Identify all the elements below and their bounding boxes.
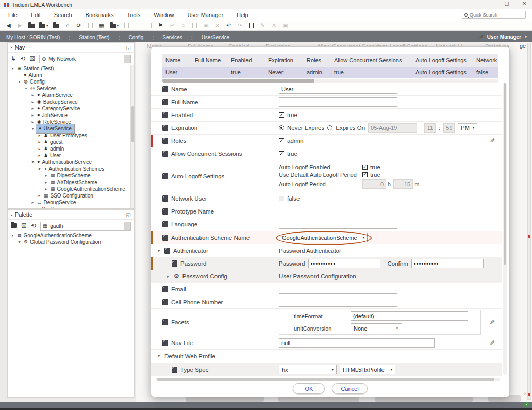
dropdown-button[interactable]: [124, 55, 130, 63]
tree-item-authenticationservice[interactable]: ▾●AuthenticationService: [8, 159, 134, 166]
tree-item-axdigestscheme[interactable]: ▸▦AXDigestScheme: [8, 179, 134, 186]
expander-icon[interactable]: ▾: [16, 79, 22, 84]
expires-on-radio[interactable]: [327, 125, 332, 130]
up-level-icon[interactable]: [28, 23, 35, 28]
auth-scheme-select[interactable]: GoogleAuthenticationScheme ▾: [279, 233, 368, 242]
edit-roles-icon[interactable]: ✎: [490, 137, 495, 144]
am-pm-select[interactable]: PM▾: [458, 123, 477, 133]
expiration-hour-input[interactable]: [424, 123, 436, 133]
allow-concurrent-checkbox[interactable]: [279, 151, 284, 156]
collapse-all-icon[interactable]: ↳: [11, 55, 16, 62]
row-name[interactable]: Name: [151, 83, 502, 96]
view-selector[interactable]: ✎ User Manager ▾: [479, 31, 527, 42]
edit-nav-file-icon[interactable]: ✎: [490, 339, 495, 347]
close-palette-icon[interactable]: ☒: [21, 222, 27, 229]
use-default-period-checkbox[interactable]: [362, 172, 368, 177]
breadcrumb-item-services[interactable]: Services: [162, 35, 182, 40]
tree-item-jobservice[interactable]: ▸●JobService: [8, 112, 134, 119]
close-panel-icon[interactable]: ☒: [29, 55, 35, 62]
expander-icon[interactable]: ▸: [37, 153, 42, 158]
side-panes-icon[interactable]: ▦: [98, 23, 105, 28]
expander-icon[interactable]: ▾: [23, 86, 29, 91]
palette-history-icon[interactable]: ⟲: [31, 222, 36, 229]
tree-item-backupservice[interactable]: ▸◉BackupService: [8, 99, 134, 105]
dropdown-button[interactable]: [124, 222, 130, 230]
tree-item-admin[interactable]: ▸♟admin: [8, 145, 134, 152]
tree-item-user[interactable]: ▸♟User: [8, 152, 134, 159]
maximize-button[interactable]: ▢: [502, 1, 511, 6]
expander-icon[interactable]: ▸: [43, 173, 49, 178]
table-row[interactable]: UsertrueNeveradmintrueAuto Logoff Settin…: [162, 67, 498, 78]
enabled-checkbox[interactable]: [279, 112, 284, 118]
close-button[interactable]: ✕: [520, 1, 529, 6]
expander-icon[interactable]: ▾: [10, 233, 15, 238]
column-header-enabled[interactable]: Enabled: [228, 57, 265, 63]
expander-icon[interactable]: ▸: [30, 100, 36, 104]
expander-icon[interactable]: ▾: [30, 160, 36, 165]
dialog-horizontal-scrollbar[interactable]: [156, 378, 500, 381]
menu-bookmarks[interactable]: Bookmarks: [86, 12, 114, 18]
tree-item-alarmservice[interactable]: ▸●AlarmService: [8, 92, 134, 99]
tree-item-googleauthenticationscheme[interactable]: ▸▦GoogleAuthenticationScheme: [8, 186, 134, 192]
password-input[interactable]: [308, 259, 380, 268]
refresh-tree-icon[interactable]: ⟲: [20, 55, 25, 62]
table-horizontal-scrollbar[interactable]: [162, 79, 498, 83]
menu-tools[interactable]: Tools: [127, 12, 141, 18]
ok-button[interactable]: OK: [293, 383, 325, 394]
column-header-network-user[interactable]: Network User: [473, 57, 498, 63]
time-format-input[interactable]: [351, 311, 468, 321]
expander-icon[interactable]: ▸: [37, 193, 42, 198]
expiration-minute-input[interactable]: [443, 123, 455, 133]
tree-item-digestscheme[interactable]: ▸▦DigestScheme: [8, 172, 134, 179]
expander-icon[interactable]: ▸: [30, 113, 36, 118]
recent-ord-icon[interactable]: [53, 23, 60, 28]
tree-item-guest[interactable]: ▸♟guest: [8, 139, 134, 145]
tree-item-userservice[interactable]: ▾●UserService: [8, 125, 134, 132]
tree-item-config[interactable]: ▾◍Config: [8, 78, 134, 85]
tree-item-global-password-configuration[interactable]: ▾⚙Global Password Configuration: [8, 239, 134, 245]
prototype-name-input[interactable]: [279, 207, 397, 216]
expander-icon[interactable]: ▾: [37, 167, 42, 171]
breadcrumb-item-station-test[interactable]: Station (Test): [79, 35, 109, 40]
breadcrumb-item-userservice[interactable]: UserService: [202, 35, 229, 40]
roles-admin-checkbox[interactable]: [279, 138, 284, 143]
expander-icon[interactable]: ▾: [156, 354, 161, 358]
auto-logoff-enabled-checkbox[interactable]: [362, 165, 368, 170]
never-expires-radio[interactable]: [279, 125, 284, 130]
expiration-date-input[interactable]: [368, 123, 417, 133]
new-icon[interactable]: [248, 23, 255, 28]
expander-icon[interactable]: ▸: [30, 207, 36, 208]
unit-conversion-select[interactable]: None ▼: [351, 323, 402, 333]
cancel-button[interactable]: Cancel: [332, 383, 367, 394]
row-prototype-name[interactable]: Prototype Name: [151, 205, 502, 218]
column-header-roles[interactable]: Roles: [304, 57, 331, 63]
row-roles[interactable]: Roles admin ✎: [151, 135, 502, 147]
dialog-scrollbar[interactable]: [503, 83, 507, 375]
edit-facets-icon[interactable]: ✎: [490, 319, 495, 326]
tree-item-station-test[interactable]: ▾▣Station (Test): [8, 65, 134, 72]
expand-panel-icon[interactable]: ◱: [126, 45, 131, 51]
column-header-auto-logoff-settings[interactable]: Auto Logoff Settings: [412, 57, 473, 63]
cell-phone-input[interactable]: [279, 298, 397, 307]
expander-icon[interactable]: ▸: [37, 140, 42, 144]
export-icon[interactable]: ⚑: [157, 23, 164, 28]
language-input[interactable]: [279, 220, 397, 229]
nav-scope-dropdown[interactable]: ⊕ My Network: [39, 55, 131, 63]
email-input[interactable]: [279, 285, 397, 294]
tree-item-googleauthenticationscheme[interactable]: ▾▦GoogleAuthenticationScheme: [8, 232, 134, 239]
open-location-icon[interactable]: ▾: [39, 23, 48, 28]
row-cell-phone-number[interactable]: Cell Phone Number: [151, 296, 502, 309]
row-authenticator[interactable]: ▾Authenticator Password Authenticator: [151, 244, 502, 257]
expander-icon[interactable]: ▾: [10, 66, 15, 71]
menu-file[interactable]: File: [8, 12, 18, 18]
expander-icon[interactable]: ▸: [37, 146, 42, 151]
scroll-right-arrow[interactable]: ›: [524, 390, 526, 396]
nav-tree-scrollbar[interactable]: [130, 65, 134, 208]
row-nav-file[interactable]: Nav File ✎: [151, 336, 502, 350]
row-allow-concurrent-sessions[interactable]: Allow Concurrent Sessions true: [151, 147, 502, 160]
expander-icon[interactable]: ▾: [30, 126, 36, 131]
quick-search-input[interactable]: [470, 12, 523, 18]
back-icon[interactable]: ◀: [5, 23, 12, 28]
row-type-spec[interactable]: Type Spec hx▾ HTML5HxProfile▾: [151, 363, 502, 376]
row-language[interactable]: Language: [151, 218, 502, 231]
